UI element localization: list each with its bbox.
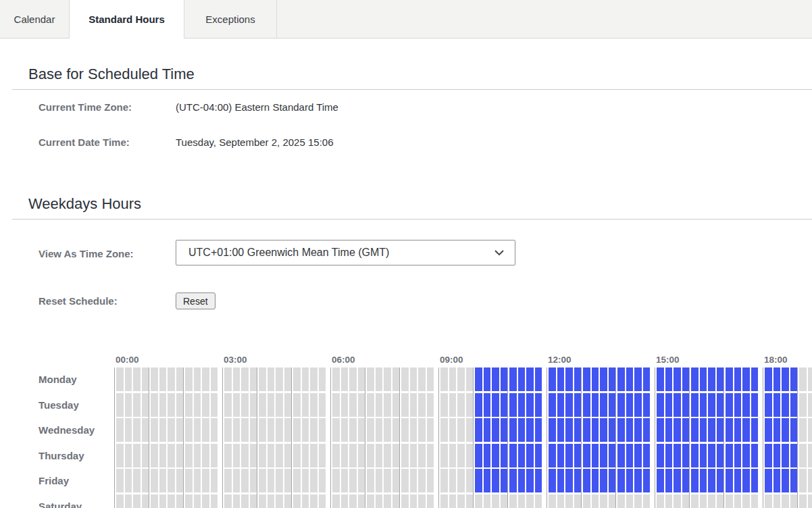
schedule-cell[interactable] [751, 494, 759, 508]
schedule-cell[interactable] [276, 469, 283, 492]
schedule-cell[interactable] [332, 418, 340, 442]
schedule-cell[interactable] [501, 494, 508, 508]
schedule-cell[interactable] [276, 444, 283, 467]
schedule-cell[interactable] [125, 367, 132, 391]
schedule-cell[interactable] [518, 393, 526, 417]
schedule-cell[interactable] [626, 367, 634, 391]
schedule-cell[interactable] [617, 444, 625, 467]
view-as-timezone-select[interactable]: UTC+01:00 Greenwich Mean Time (GMT) [176, 240, 515, 265]
schedule-cell[interactable] [700, 367, 707, 391]
schedule-cell[interactable] [194, 393, 201, 417]
schedule-cell[interactable] [782, 418, 789, 442]
schedule-cell[interactable] [116, 494, 124, 508]
schedule-cell[interactable] [194, 444, 201, 467]
schedule-cell[interactable] [765, 393, 772, 417]
schedule-cell[interactable] [565, 494, 573, 508]
schedule-cell[interactable] [643, 418, 651, 442]
schedule-cell[interactable] [349, 367, 357, 391]
schedule-cell[interactable] [682, 393, 690, 417]
schedule-cell[interactable] [492, 367, 499, 391]
schedule-cell[interactable] [233, 367, 240, 391]
schedule-cell[interactable] [159, 393, 167, 417]
schedule-cell[interactable] [224, 494, 232, 508]
schedule-cell[interactable] [250, 469, 257, 492]
schedule-cell[interactable] [332, 444, 340, 467]
schedule-cell[interactable] [657, 469, 664, 492]
schedule-cell[interactable] [549, 494, 556, 508]
schedule-cell[interactable] [773, 418, 781, 442]
schedule-cell[interactable] [583, 469, 590, 492]
schedule-cell[interactable] [592, 494, 599, 508]
schedule-cell[interactable] [410, 469, 417, 492]
schedule-cell[interactable] [808, 494, 812, 508]
schedule-cell[interactable] [557, 393, 565, 417]
schedule-cell[interactable] [734, 367, 742, 391]
schedule-cell[interactable] [475, 367, 482, 391]
schedule-cell[interactable] [609, 494, 616, 508]
schedule-cell[interactable] [790, 367, 798, 391]
schedule-cell[interactable] [449, 418, 457, 442]
schedule-cell[interactable] [808, 444, 812, 467]
schedule-cell[interactable] [116, 367, 124, 391]
schedule-cell[interactable] [799, 418, 807, 442]
schedule-cell[interactable] [268, 418, 275, 442]
schedule-cell[interactable] [410, 494, 417, 508]
schedule-cell[interactable] [418, 393, 426, 417]
schedule-cell[interactable] [358, 367, 365, 391]
schedule-cell[interactable] [358, 418, 365, 442]
schedule-cell[interactable] [302, 367, 309, 391]
schedule-cell[interactable] [751, 418, 759, 442]
schedule-cell[interactable] [427, 444, 434, 467]
schedule-cell[interactable] [168, 393, 175, 417]
schedule-cell[interactable] [259, 469, 266, 492]
schedule-cell[interactable] [700, 418, 707, 442]
schedule-cell[interactable] [241, 494, 249, 508]
schedule-cell[interactable] [626, 469, 634, 492]
schedule-cell[interactable] [392, 469, 400, 492]
schedule-cell[interactable] [549, 393, 556, 417]
schedule-cell[interactable] [449, 494, 457, 508]
schedule-cell[interactable] [367, 494, 374, 508]
schedule-cell[interactable] [626, 393, 634, 417]
schedule-cell[interactable] [332, 494, 340, 508]
schedule-cell[interactable] [549, 444, 556, 467]
schedule-cell[interactable] [657, 393, 664, 417]
schedule-cell[interactable] [717, 494, 724, 508]
schedule-cell[interactable] [742, 418, 750, 442]
schedule-cell[interactable] [492, 469, 499, 492]
schedule-cell[interactable] [392, 367, 400, 391]
schedule-cell[interactable] [168, 444, 175, 467]
schedule-cell[interactable] [349, 418, 357, 442]
schedule-cell[interactable] [142, 393, 149, 417]
schedule-cell[interactable] [526, 393, 534, 417]
schedule-cell[interactable] [176, 418, 184, 442]
schedule-cell[interactable] [557, 494, 565, 508]
schedule-cell[interactable] [211, 494, 218, 508]
schedule-cell[interactable] [376, 367, 383, 391]
schedule-cell[interactable] [202, 393, 209, 417]
schedule-cell[interactable] [202, 494, 209, 508]
schedule-cell[interactable] [600, 444, 607, 467]
schedule-cell[interactable] [617, 367, 625, 391]
schedule-cell[interactable] [384, 494, 391, 508]
schedule-cell[interactable] [708, 494, 715, 508]
schedule-cell[interactable] [185, 367, 193, 391]
schedule-cell[interactable] [492, 393, 499, 417]
schedule-cell[interactable] [401, 494, 409, 508]
schedule-cell[interactable] [276, 367, 283, 391]
schedule-cell[interactable] [401, 418, 409, 442]
schedule-cell[interactable] [466, 367, 474, 391]
schedule-cell[interactable] [284, 494, 292, 508]
schedule-cell[interactable] [626, 444, 634, 467]
schedule-cell[interactable] [449, 469, 457, 492]
schedule-cell[interactable] [376, 494, 383, 508]
schedule-cell[interactable] [682, 444, 690, 467]
schedule-cell[interactable] [440, 444, 448, 467]
schedule-cell[interactable] [418, 469, 426, 492]
schedule-cell[interactable] [773, 367, 781, 391]
schedule-cell[interactable] [250, 367, 257, 391]
schedule-cell[interactable] [526, 367, 534, 391]
schedule-cell[interactable] [674, 469, 681, 492]
schedule-cell[interactable] [717, 469, 724, 492]
schedule-cell[interactable] [549, 418, 556, 442]
